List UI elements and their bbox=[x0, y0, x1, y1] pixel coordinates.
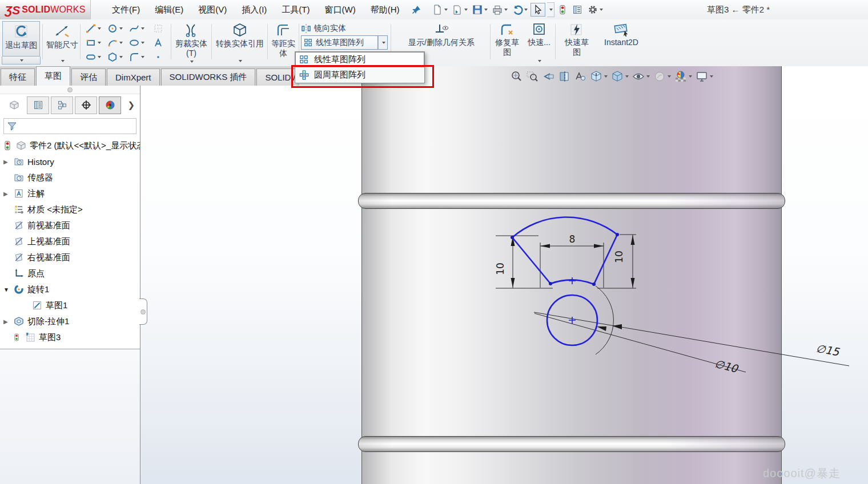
line-tool[interactable] bbox=[86, 23, 101, 34]
section-view-icon[interactable] bbox=[558, 70, 570, 83]
tab-display-manager[interactable] bbox=[99, 96, 121, 114]
exit-sketch-button[interactable]: 退出草图 bbox=[2, 21, 40, 57]
tree-item-material[interactable]: 材质 <未指定> bbox=[0, 201, 140, 217]
cylinder-ring-bottom[interactable] bbox=[358, 436, 785, 452]
quick-snaps-button[interactable]: 快速... bbox=[525, 21, 553, 57]
point-tool[interactable] bbox=[153, 52, 163, 62]
cylinder-ring-top[interactable] bbox=[358, 193, 785, 209]
circle-tool[interactable] bbox=[107, 23, 123, 34]
tab-property-manager[interactable] bbox=[27, 96, 49, 114]
menu-item-circular-sketch-pattern[interactable]: 圆周草图阵列 bbox=[295, 67, 424, 83]
fillet-tool[interactable] bbox=[129, 52, 144, 62]
tree-filter-input[interactable] bbox=[3, 118, 136, 134]
polygon-tool[interactable] bbox=[107, 52, 123, 62]
slot-tool[interactable] bbox=[86, 52, 101, 62]
exit-sketch-dropdown[interactable] bbox=[2, 57, 41, 64]
display-style-icon[interactable] bbox=[611, 70, 629, 83]
panel-expand-chevron[interactable]: ❯ bbox=[127, 100, 137, 110]
tab-evaluate[interactable]: 评估 bbox=[71, 68, 106, 86]
tree-item-right-plane[interactable]: 右视基准面 bbox=[0, 249, 140, 265]
tree-item-revolve1[interactable]: ▼旋转1 bbox=[0, 281, 140, 297]
tab-configuration-manager[interactable] bbox=[51, 96, 73, 114]
zoom-to-fit-icon[interactable] bbox=[510, 70, 523, 83]
zoom-to-area-icon[interactable] bbox=[526, 70, 539, 83]
linear-sketch-pattern-button[interactable]: 线性草图阵列 bbox=[301, 35, 378, 50]
tree-item-annotations[interactable]: ▶注解 bbox=[0, 185, 140, 201]
apply-scene-icon[interactable] bbox=[674, 70, 692, 83]
tree-item-front-plane[interactable]: 前视基准面 bbox=[0, 217, 140, 233]
tree-item-sketch1[interactable]: 草图1 bbox=[0, 297, 140, 313]
tab-solidworks-extra[interactable]: SOLIDWORKS bbox=[256, 68, 299, 86]
pattern-flyout-arrow[interactable] bbox=[378, 35, 388, 50]
quick-snaps-icon bbox=[532, 23, 546, 37]
menu-help[interactable]: 帮助(H) bbox=[363, 1, 407, 19]
undo-button[interactable] bbox=[511, 2, 529, 17]
convert-entities-dropdown[interactable] bbox=[214, 57, 266, 64]
view-settings-icon[interactable] bbox=[696, 70, 713, 83]
tab-sketch[interactable]: 草图 bbox=[36, 66, 70, 86]
menu-item-linear-sketch-pattern[interactable]: 线性草图阵列 bbox=[295, 52, 424, 67]
spline-tool[interactable] bbox=[129, 23, 144, 34]
panel-splitter-horizontal[interactable] bbox=[0, 86, 140, 94]
cylinder-model[interactable] bbox=[361, 66, 782, 484]
tree-item-sensors[interactable]: 传感器 bbox=[0, 170, 140, 185]
trim-entities-button[interactable]: 剪裁实体(T) bbox=[172, 21, 210, 58]
tab-feature-manager[interactable] bbox=[3, 96, 25, 114]
repair-sketch-button[interactable]: 修复草图 bbox=[492, 21, 523, 64]
exit-sketch-label: 退出草图 bbox=[5, 41, 37, 50]
tab-dimxpert-manager[interactable] bbox=[75, 96, 97, 114]
smart-dimension-button[interactable]: 智能尺寸 bbox=[45, 21, 80, 57]
view-options-button[interactable] bbox=[570, 2, 584, 17]
trim-entities-dropdown[interactable] bbox=[172, 58, 210, 64]
open-document-button[interactable] bbox=[451, 2, 469, 17]
edit-appearance-icon[interactable] bbox=[653, 70, 671, 83]
text-tool[interactable] bbox=[153, 38, 163, 48]
hide-show-items-icon[interactable] bbox=[632, 70, 650, 83]
tree-item-history[interactable]: ▶History bbox=[0, 154, 140, 170]
pin-icon[interactable] bbox=[411, 5, 421, 15]
tree-item-top-plane[interactable]: 上视基准面 bbox=[0, 233, 140, 249]
sketch-picture-tool[interactable] bbox=[153, 23, 163, 34]
convert-entities-button[interactable]: 转换实体引用 bbox=[214, 21, 266, 57]
menu-edit[interactable]: 编辑(E) bbox=[147, 1, 191, 19]
tab-dimxpert[interactable]: DimXpert bbox=[107, 68, 160, 86]
tree-item-origin[interactable]: 原点 bbox=[0, 265, 140, 281]
circular-pattern-menu-label: 圆周草图阵列 bbox=[314, 70, 365, 80]
quick-snaps-dropdown[interactable] bbox=[525, 57, 553, 64]
menu-file[interactable]: 文件(F) bbox=[105, 1, 147, 19]
options-gear-button[interactable] bbox=[586, 2, 604, 17]
rectangle-tool[interactable] bbox=[86, 38, 101, 48]
tab-solidworks-addins[interactable]: SOLIDWORKS 插件 bbox=[161, 68, 256, 86]
tree-item-label: 右视基准面 bbox=[27, 252, 70, 263]
tree-item-cut-extrude1[interactable]: ▶切除-拉伸1 bbox=[0, 313, 140, 329]
arc-tool[interactable] bbox=[107, 38, 123, 48]
smart-dimension-dropdown[interactable] bbox=[45, 57, 80, 64]
previous-view-icon[interactable] bbox=[542, 70, 554, 83]
offset-entities-button[interactable]: 等距实体 bbox=[269, 21, 298, 64]
collapse-arrow-icon[interactable]: ▼ bbox=[3, 281, 9, 297]
print-button[interactable] bbox=[491, 2, 509, 17]
tree-item-sketch3[interactable]: 草图3 bbox=[0, 329, 140, 345]
view-orientation-icon[interactable] bbox=[590, 70, 608, 83]
menu-window[interactable]: 窗口(W) bbox=[317, 1, 363, 19]
dynamic-annotation-views-icon[interactable] bbox=[574, 70, 586, 83]
menu-tools[interactable]: 工具(T) bbox=[274, 1, 317, 19]
ellipse-tool[interactable] bbox=[129, 38, 144, 48]
expand-arrow-icon[interactable]: ▶ bbox=[3, 185, 8, 201]
save-button[interactable] bbox=[471, 2, 489, 17]
mirror-entities-button[interactable]: 镜向实体 bbox=[301, 21, 388, 35]
rapid-sketch-button[interactable]: 快速草图 bbox=[559, 21, 594, 64]
expand-arrow-icon[interactable]: ▶ bbox=[3, 154, 8, 170]
tab-features[interactable]: 特征 bbox=[1, 68, 35, 86]
menu-insert[interactable]: 插入(I) bbox=[234, 1, 274, 19]
instant2d-button[interactable]: Instant2D bbox=[597, 21, 646, 64]
expand-arrow-icon[interactable]: ▶ bbox=[3, 313, 8, 329]
new-document-button[interactable] bbox=[431, 2, 449, 17]
select-tool-dropdown[interactable] bbox=[547, 2, 554, 17]
tree-root-part[interactable]: 零件2 (默认<<默认>_显示状态 bbox=[0, 138, 140, 154]
panel-splitter-vertical[interactable] bbox=[139, 299, 147, 325]
select-tool-button[interactable] bbox=[531, 3, 545, 17]
repair-sketch-icon bbox=[500, 23, 515, 37]
traffic-light-icon[interactable] bbox=[556, 2, 569, 17]
menu-view[interactable]: 视图(V) bbox=[191, 1, 234, 19]
